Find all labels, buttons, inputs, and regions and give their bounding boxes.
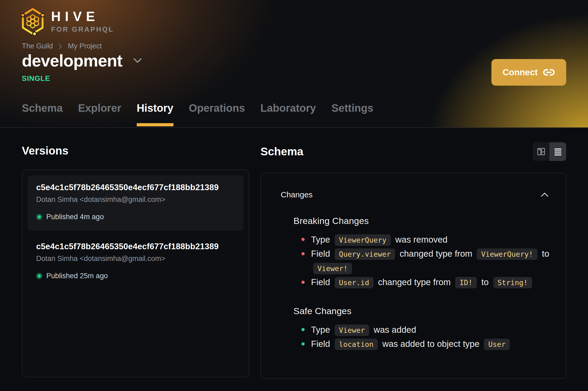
change-item: Field User.id changed type from ID! to S… [301,275,553,289]
version-status-text: Published 25m ago [46,272,108,280]
hive-hexagon-icon [21,7,44,35]
change-text: Type [311,235,330,244]
change-list-breaking: Type ViewerQuery was removedField Query.… [293,232,553,289]
code-chip: ViewerQuery! [477,248,537,260]
header: HIVE FOR GRAPHQL The Guild My Project de… [0,0,588,128]
breadcrumb: The Guild My Project [22,42,102,50]
change-item: Field Query.viewer changed type from Vie… [301,247,553,275]
code-chip: ViewerQuery [335,234,391,246]
tab-settings[interactable]: Settings [332,102,374,127]
version-hash: c5e4c1c5f78b26465350e4ecf677cf188bb21389 [36,242,235,251]
code-chip: location [335,339,378,350]
tab-bar: SchemaExplorerHistoryOperationsLaborator… [22,102,373,127]
columns-view-icon [537,147,545,156]
change-text: to [542,249,549,259]
versions-heading: Versions [22,144,249,157]
change-list-safe: Type Viewer was addedField location was … [293,323,553,351]
change-text: changed type from [400,249,472,259]
code-chip: Viewer! [313,263,352,274]
versions-section: Versions c5e4c1c5f78b26465350e4ecf677cf1… [22,128,249,379]
changes-accordion-header[interactable]: Changes [273,179,553,199]
tab-explorer[interactable]: Explorer [78,102,121,127]
main-content: Versions c5e4c1c5f78b26465350e4ecf677cf1… [0,128,588,379]
changes-body: Breaking Changes Type ViewerQuery was re… [273,216,553,351]
page-title: development [22,51,122,70]
published-dot [36,273,42,279]
code-chip: User [484,339,510,350]
version-status: Published 4m ago [36,213,235,221]
change-text: was removed [395,235,448,244]
chevron-right-icon [58,43,63,50]
change-group-title: Breaking Changes [293,216,553,226]
change-text: was added to object type [382,339,479,349]
change-item: Type Viewer was added [301,323,553,337]
changes-panel: Changes Breaking Changes Type ViewerQuer… [260,173,566,379]
connect-button[interactable]: Connect [491,59,566,86]
code-chip: Viewer [335,325,369,336]
schema-section: Schema [260,128,566,379]
list-view-icon [554,147,562,156]
tab-laboratory[interactable]: Laboratory [260,102,316,127]
published-dot [36,214,42,220]
change-group-title: Safe Changes [293,306,553,316]
change-item: Type ViewerQuery was removed [301,232,553,247]
version-author: Dotan Simha <dotansimha@gmail.com> [36,196,235,204]
breadcrumb-project[interactable]: My Project [68,42,102,50]
schema-heading: Schema [260,145,303,158]
list-view-button[interactable] [549,142,566,161]
version-item[interactable]: c5e4c1c5f78b26465350e4ecf677cf188bb21389… [28,175,243,231]
code-chip: Query.viewer [335,248,395,260]
version-item[interactable]: c5e4c1c5f78b26465350e4ecf677cf188bb21389… [28,234,243,290]
versions-list: c5e4c1c5f78b26465350e4ecf677cf188bb21389… [22,169,249,377]
connect-button-label: Connect [503,67,538,77]
tab-history[interactable]: History [137,102,173,127]
tab-schema[interactable]: Schema [22,102,63,127]
change-text: Field [311,277,330,287]
change-item: Field location was added to object type … [301,337,553,351]
change-text: Field [311,249,330,259]
chevron-up-icon [540,192,549,198]
code-chip: User.id [335,277,374,288]
logo-subtitle: FOR GRAPHQL [51,26,114,33]
link-icon [543,66,555,78]
breadcrumb-org[interactable]: The Guild [22,42,53,50]
code-chip: String! [493,277,532,288]
changes-title: Changes [281,190,313,199]
hive-logo[interactable]: HIVE FOR GRAPHQL [21,7,114,35]
version-hash: c5e4c1c5f78b26465350e4ecf677cf188bb21389 [36,183,235,192]
tab-operations[interactable]: Operations [189,102,245,127]
view-toggle [533,142,566,161]
change-text: Type [311,325,330,335]
version-author: Dotan Simha <dotansimha@gmail.com> [36,255,235,263]
logo-title: HIVE [51,10,114,23]
status-badge: SINGLE [22,74,50,83]
columns-view-button[interactable] [533,142,549,161]
code-chip: ID! [455,277,477,288]
chevron-down-icon[interactable] [132,57,143,64]
change-text: changed type from [378,277,451,287]
change-text: to [481,277,489,287]
change-text: Field [311,339,330,349]
change-text: was added [374,325,416,335]
version-status-text: Published 4m ago [46,213,104,221]
version-status: Published 25m ago [36,272,235,280]
